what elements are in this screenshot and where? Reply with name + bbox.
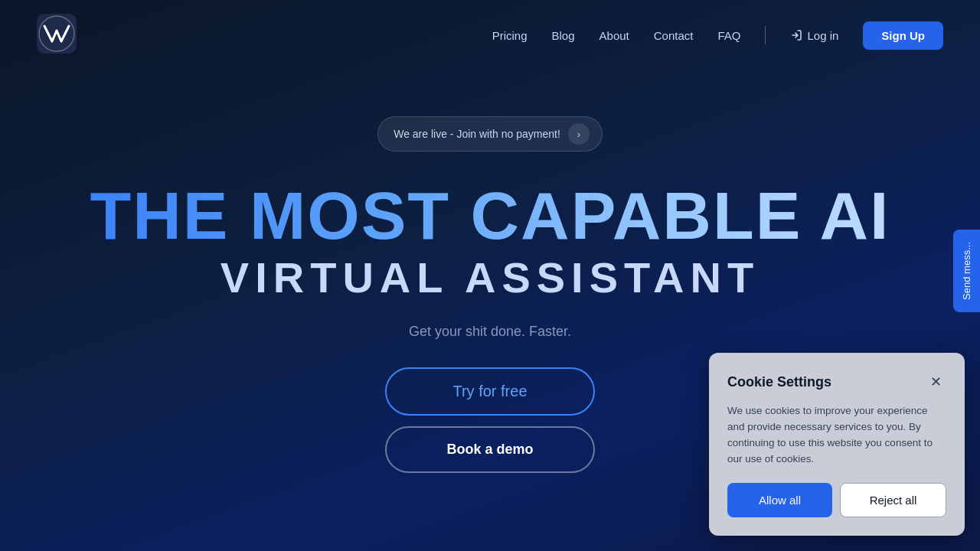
badge-text: We are live - Join with no payment!	[394, 128, 560, 140]
hero-title-line2: VIRTUAL ASSISTANT	[220, 253, 760, 302]
hero-title-line1: THE MOST CAPABLE AI	[90, 182, 890, 249]
badge-arrow-icon: ›	[568, 123, 590, 145]
cookie-title: Cookie Settings	[727, 374, 831, 390]
nav-pricing[interactable]: Pricing	[492, 29, 528, 42]
login-button[interactable]: Log in	[790, 29, 838, 42]
try-free-button[interactable]: Try for free	[385, 367, 595, 416]
nav-divider	[765, 26, 766, 44]
nav-faq[interactable]: FAQ	[717, 29, 740, 42]
nav-contact[interactable]: Contact	[654, 29, 694, 42]
nav-blog[interactable]: Blog	[552, 29, 575, 42]
logo[interactable]	[37, 14, 77, 57]
cookie-header: Cookie Settings ✕	[727, 371, 946, 393]
cookie-banner: Cookie Settings ✕ We use cookies to impr…	[709, 353, 965, 536]
svg-rect-0	[37, 14, 77, 54]
nav-links: Pricing Blog About Contact FAQ Log in Si…	[492, 21, 943, 50]
allow-all-button[interactable]: Allow all	[727, 483, 832, 517]
nav-about[interactable]: About	[599, 29, 629, 42]
close-icon[interactable]: ✕	[925, 371, 946, 393]
book-demo-button[interactable]: Book a demo	[385, 426, 595, 473]
hero-subtitle: Get your shit done. Faster.	[409, 324, 571, 340]
cookie-buttons: Allow all Reject all	[727, 483, 946, 517]
navbar: Pricing Blog About Contact FAQ Log in Si…	[0, 0, 980, 70]
login-label: Log in	[807, 29, 838, 42]
cookie-body-text: We use cookies to improve your experienc…	[727, 403, 946, 468]
reject-all-button[interactable]: Reject all	[840, 483, 946, 517]
signup-button[interactable]: Sign Up	[863, 21, 943, 50]
live-badge[interactable]: We are live - Join with no payment! ›	[377, 116, 603, 152]
send-message-tab[interactable]: Send mess...	[953, 230, 980, 312]
